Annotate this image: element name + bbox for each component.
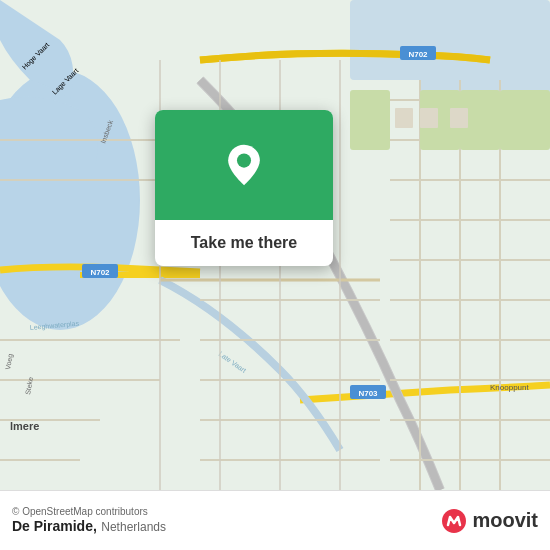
moovit-text: moovit <box>472 509 538 532</box>
location-pin-icon <box>222 143 266 187</box>
svg-rect-8 <box>395 108 413 128</box>
take-me-there-button[interactable]: Take me there <box>171 232 317 254</box>
svg-text:N702: N702 <box>408 50 428 59</box>
bottom-bar: © OpenStreetMap contributors De Piramide… <box>0 490 550 550</box>
svg-rect-4 <box>350 90 390 150</box>
svg-text:N703: N703 <box>358 389 378 398</box>
svg-rect-9 <box>420 108 438 128</box>
moovit-logo-icon <box>440 507 468 535</box>
attribution-text: © OpenStreetMap contributors <box>12 506 166 517</box>
svg-rect-10 <box>450 108 468 128</box>
place-info: © OpenStreetMap contributors De Piramide… <box>12 506 166 535</box>
popup-card-body: Take me there <box>155 220 333 266</box>
place-name: De Piramide, <box>12 518 97 534</box>
svg-text:N702: N702 <box>90 268 110 277</box>
map-view[interactable]: N702 N702 N703 Knooppunt lmere Insbeck S… <box>0 0 550 490</box>
svg-point-26 <box>237 154 251 168</box>
place-name-row: De Piramide, Netherlands <box>12 517 166 535</box>
location-popup: Take me there <box>155 110 333 266</box>
svg-text:Knooppunt: Knooppunt <box>490 383 529 392</box>
svg-text:lmere: lmere <box>10 420 39 432</box>
moovit-logo: moovit <box>440 507 538 535</box>
place-sub: Netherlands <box>101 520 166 534</box>
svg-rect-7 <box>500 90 550 150</box>
popup-card-header <box>155 110 333 220</box>
